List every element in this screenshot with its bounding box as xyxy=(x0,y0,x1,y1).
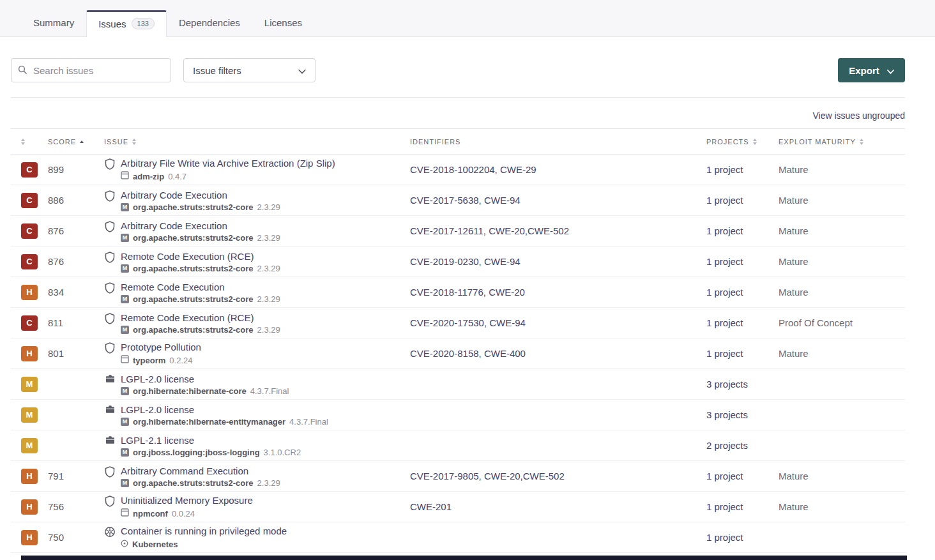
severity-cell: C xyxy=(21,223,48,239)
severity-badge: M xyxy=(21,438,38,453)
sort-icon xyxy=(21,139,25,145)
severity-cell: M xyxy=(21,377,48,392)
projects-link[interactable]: 1 project xyxy=(706,348,743,359)
issue-type-icon xyxy=(104,313,116,327)
projects-link[interactable]: 1 project xyxy=(706,471,743,481)
package-name: org.hibernate:hibernate-core xyxy=(133,386,247,396)
tab-dependencies[interactable]: Dependencies xyxy=(167,10,252,36)
column-header-score[interactable]: Score xyxy=(48,138,104,146)
tab-licenses[interactable]: Licenses xyxy=(252,10,314,36)
projects-link[interactable]: 1 project xyxy=(706,195,743,206)
issue-title-link[interactable]: Remote Code Execution (RCE) xyxy=(121,250,254,262)
score-cell: 834 xyxy=(48,287,104,298)
score-cell: 899 xyxy=(48,164,104,175)
tab-issues-label: Issues xyxy=(98,19,126,29)
issue-text-block: LGPL-2.1 license M xyxy=(121,434,301,457)
issue-text-block: LGPL-2.0 license M xyxy=(121,404,328,427)
issue-filters-dropdown[interactable]: Issue filters xyxy=(183,58,315,82)
license-briefcase-icon xyxy=(105,374,115,386)
projects-link[interactable]: 1 project xyxy=(706,501,743,512)
package-name: org.apache.struts:struts2-core xyxy=(133,325,254,335)
package-name: org.apache.struts:struts2-core xyxy=(133,294,254,304)
projects-link[interactable]: 3 projects xyxy=(706,379,748,390)
package-line: M Kubernetes xyxy=(121,538,287,550)
exploit-maturity-cell: Mature xyxy=(779,195,895,206)
issue-text-block: Arbitrary Code Execution M xyxy=(121,189,280,212)
issue-title-link[interactable]: LGPL-2.0 license xyxy=(121,404,194,416)
identifiers-cell: CVE-2020-8158, CWE-400 xyxy=(410,348,706,359)
package-type-icon: M xyxy=(121,479,129,487)
projects-link[interactable]: 1 project xyxy=(706,532,743,543)
column-header-projects[interactable]: Projects xyxy=(706,138,779,146)
issue-cell: Remote Code Execution (RCE) M xyxy=(104,250,410,273)
view-issues-ungrouped-link[interactable]: View issues ungrouped xyxy=(812,110,905,121)
projects-link[interactable]: 1 project xyxy=(706,287,743,298)
issue-title-link[interactable]: Remote Code Execution (RCE) xyxy=(121,312,254,324)
issue-title-link[interactable]: Container is running in privileged mode xyxy=(121,525,287,537)
severity-badge: M xyxy=(21,407,38,423)
projects-link[interactable]: 1 project xyxy=(706,225,743,236)
severity-cell: M xyxy=(21,407,48,423)
issue-title-link[interactable]: Uninitialized Memory Exposure xyxy=(121,494,253,506)
tab-summary[interactable]: Summary xyxy=(21,10,86,36)
issue-title-link[interactable]: Arbitrary Code Execution xyxy=(121,220,227,232)
sort-icon xyxy=(860,139,863,145)
issue-title-link[interactable]: Prototype Pollution xyxy=(121,341,201,353)
projects-link[interactable]: 1 project xyxy=(706,317,743,328)
severity-badge: H xyxy=(21,530,38,545)
npm-package-icon xyxy=(121,170,129,182)
issue-title-link[interactable]: Arbitrary File Write via Archive Extract… xyxy=(121,157,335,169)
package-name: org.jboss.logging:jboss-logging xyxy=(133,448,260,457)
column-header-severity[interactable] xyxy=(21,139,48,145)
score-cell: 756 xyxy=(48,501,104,512)
tab-issues[interactable]: Issues 133 xyxy=(86,10,167,37)
issue-type-icon xyxy=(104,342,116,356)
projects-link[interactable]: 1 project xyxy=(706,256,743,267)
package-version: 4.3.7.Final xyxy=(289,417,328,427)
maven-icon: M xyxy=(121,234,129,242)
severity-cell: H xyxy=(21,285,48,300)
identifiers-cell: CVE-2019-0230, CWE-94 xyxy=(410,256,706,267)
column-header-issue[interactable]: Issue xyxy=(104,138,410,146)
package-line: M typeorm 0.2.24 xyxy=(121,354,201,366)
package-version: 2.3.29 xyxy=(257,325,280,335)
vulnerability-shield-icon xyxy=(105,282,115,296)
issue-title-link[interactable]: Remote Code Execution xyxy=(121,281,225,293)
exploit-maturity-cell: Mature xyxy=(779,164,895,175)
column-header-exploit-maturity[interactable]: Exploit Maturity xyxy=(779,138,895,146)
issue-title-link[interactable]: Arbitrary Code Execution xyxy=(121,189,227,201)
projects-cell: 1 project xyxy=(706,471,779,482)
export-button[interactable]: Export xyxy=(838,58,905,82)
projects-link[interactable]: 1 project xyxy=(706,164,743,175)
projects-link[interactable]: 2 projects xyxy=(706,440,748,451)
severity-badge: C xyxy=(21,315,38,331)
package-version: 3.1.0.CR2 xyxy=(264,448,301,457)
package-name: Kubernetes xyxy=(132,540,178,549)
table-row: M xyxy=(11,369,905,400)
package-line: M org.hibernate:hibernate-entitymanager xyxy=(121,417,328,427)
sort-icon xyxy=(132,139,136,145)
score-cell: 811 xyxy=(48,317,104,328)
package-type-icon: M xyxy=(121,387,129,395)
issue-title-link[interactable]: LGPL-2.0 license xyxy=(121,373,194,385)
export-button-label: Export xyxy=(849,65,879,76)
projects-cell: 1 project xyxy=(706,287,779,298)
projects-link[interactable]: 3 projects xyxy=(706,409,748,420)
search-input[interactable] xyxy=(11,58,171,82)
package-version: 2.3.29 xyxy=(257,264,280,273)
issue-title-link[interactable]: Arbitrary Command Execution xyxy=(121,465,248,477)
projects-cell: 3 projects xyxy=(706,379,779,390)
identifiers-cell: CVE-2018-1002204, CWE-29 xyxy=(410,164,706,175)
table-row: C 876 xyxy=(11,216,905,246)
severity-cell: C xyxy=(21,254,48,269)
projects-cell: 1 project xyxy=(706,195,779,206)
identifiers-cell: CVE-2017-9805, CWE-20,CWE-502 xyxy=(410,471,706,481)
view-link-row: View issues ungrouped xyxy=(11,110,905,121)
maven-icon: M xyxy=(121,448,129,457)
issue-type-icon xyxy=(104,526,116,540)
package-type-icon: M xyxy=(121,295,129,303)
issue-title-link[interactable]: LGPL-2.1 license xyxy=(121,434,194,446)
severity-cell: C xyxy=(21,315,48,331)
issue-cell: Arbitrary Code Execution M xyxy=(104,220,410,243)
score-cell: 791 xyxy=(48,471,104,481)
